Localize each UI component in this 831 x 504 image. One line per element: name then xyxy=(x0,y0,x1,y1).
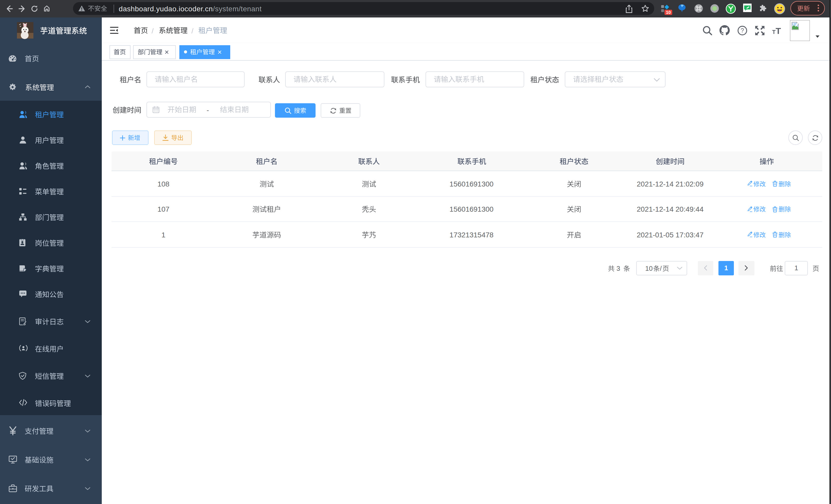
svg-text:?: ? xyxy=(741,27,744,34)
